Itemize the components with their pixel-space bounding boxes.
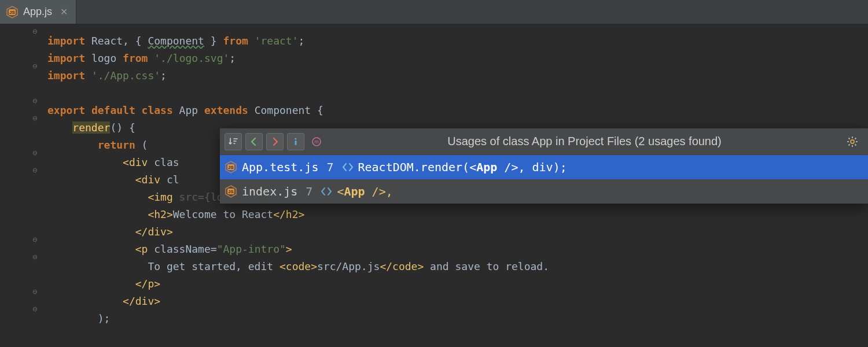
fold-marker[interactable]: ⊖	[32, 148, 37, 157]
module-icon[interactable]: m	[308, 133, 325, 150]
str-logosvg: './logo.svg'	[154, 52, 229, 64]
close-icon[interactable]: ✕	[60, 6, 68, 17]
str-appcss: './App.css'	[91, 69, 160, 82]
text-getstarted1: To get started, edit	[148, 260, 279, 272]
kw-return: return	[98, 139, 135, 151]
tag-img: img	[154, 191, 173, 203]
str-appintro: "App-intro"	[217, 243, 286, 255]
fold-marker[interactable]: ⊖	[32, 96, 37, 105]
svg-text:JS: JS	[228, 165, 234, 170]
usage-line: 7	[306, 184, 312, 198]
usage-code: <App />,	[337, 184, 392, 198]
tag-h2-close: h2	[286, 208, 299, 220]
js-file-icon: JS	[225, 185, 237, 198]
info-icon[interactable]	[287, 133, 304, 150]
tag-h2: h2	[154, 208, 167, 220]
svg-line-15	[855, 138, 856, 139]
usage-row[interactable]: JS App.test.js 7 ReactDOM.render(<App />…	[220, 155, 868, 179]
tag-div: div	[142, 174, 161, 186]
tab-bar: JS App.js ✕	[0, 0, 868, 24]
next-occurrence-icon[interactable]	[266, 133, 284, 150]
usage-code: ReactDOM.render(<App />, div);	[358, 160, 567, 174]
text-welcome: Welcome to React	[173, 208, 273, 220]
svg-point-7	[851, 140, 854, 143]
kw-import: import	[47, 69, 85, 82]
fold-marker[interactable]: ⊖	[32, 165, 37, 175]
svg-rect-4	[295, 141, 297, 145]
svg-text:JS: JS	[9, 10, 15, 15]
id-react: React	[91, 35, 123, 47]
tag-div-close: div	[148, 226, 167, 238]
svg-text:m: m	[314, 139, 319, 145]
usage-file: index.js	[242, 184, 297, 198]
kw-import: import	[47, 35, 85, 47]
text-srcappjs: src/App.js	[317, 260, 380, 272]
sort-icon[interactable]	[225, 133, 242, 150]
usage-line: 7	[326, 160, 333, 174]
popup-toolbar: m Usages of class App in Project Files (…	[220, 128, 868, 155]
tab-filename: App.js	[23, 6, 52, 18]
kw-class: class	[142, 104, 173, 116]
tag-p-close: p	[148, 278, 154, 290]
attr-classname: className	[154, 243, 211, 255]
id-app: App	[179, 104, 198, 116]
usage-file: App.test.js	[242, 160, 318, 174]
svg-line-12	[849, 138, 850, 139]
fold-marker[interactable]: ⊖	[32, 304, 37, 313]
tag-code: code	[286, 260, 311, 272]
js-file-icon: JS	[6, 6, 19, 19]
popup-title: Usages of class App in Project Files (2 …	[329, 135, 840, 148]
svg-point-3	[295, 138, 296, 139]
id-component: Component	[255, 104, 311, 116]
fold-marker[interactable]: ⊖	[32, 113, 37, 123]
fold-marker[interactable]: ⊖	[32, 252, 37, 261]
svg-text:JS: JS	[228, 189, 234, 194]
tag-div: div	[129, 156, 148, 168]
fold-marker[interactable]: ⊖	[32, 27, 37, 36]
tag-angle-icon	[321, 186, 332, 197]
fn-render: render	[72, 121, 110, 134]
gear-icon[interactable]	[844, 133, 861, 150]
tag-p: p	[142, 243, 148, 255]
kw-import: import	[47, 52, 85, 64]
prev-occurrence-icon[interactable]	[245, 133, 263, 150]
kw-default: default	[91, 104, 135, 116]
tag-div-close: div	[135, 295, 155, 307]
attr-classname-partial: clas	[154, 156, 179, 168]
find-usages-popup: m Usages of class App in Project Files (…	[220, 128, 868, 204]
tag-code-close: code	[392, 260, 417, 272]
str-react: 'react'	[255, 35, 299, 47]
text-getstarted2: and save to reload.	[424, 260, 549, 272]
kw-from: from	[123, 52, 148, 64]
fold-marker[interactable]: ⊖	[32, 287, 37, 296]
gutter: ⊖ ⊖ ⊖ ⊖ ⊖ ⊖ ⊖ ⊖ ⊖ ⊖	[0, 24, 42, 327]
attr-classname-partial: cl	[167, 174, 179, 186]
fold-marker[interactable]: ⊖	[32, 235, 37, 244]
kw-extends: extends	[204, 104, 248, 116]
usage-row[interactable]: JS index.js 7 <App />,	[220, 179, 868, 204]
svg-line-13	[855, 144, 856, 145]
kw-export: export	[47, 104, 85, 116]
fold-marker[interactable]: ⊖	[32, 61, 37, 71]
tag-angle-icon	[342, 161, 354, 173]
id-component: Component	[148, 35, 204, 47]
id-logo: logo	[91, 52, 116, 64]
js-file-icon: JS	[225, 161, 237, 174]
kw-from: from	[223, 35, 248, 47]
svg-line-14	[849, 144, 850, 145]
editor-tab[interactable]: JS App.js ✕	[0, 0, 76, 24]
